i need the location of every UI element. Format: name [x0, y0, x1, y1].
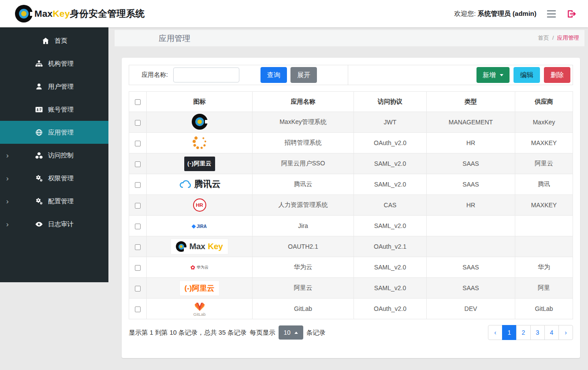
- menu-toggle-icon[interactable]: [547, 10, 556, 18]
- app-icon-tencent-cloud: 腾讯云: [179, 178, 221, 190]
- welcome-text: 欢迎您: 系统管理员 (admin): [454, 10, 536, 18]
- sidebar-item-home[interactable]: 首页: [0, 29, 108, 52]
- app-icon-aliyun-dark: (-)阿里云: [184, 157, 215, 171]
- brand-link[interactable]: MaxKey身份安全管理系统: [15, 5, 145, 22]
- table-row[interactable]: JIRA Jira SAML_v2.0: [129, 216, 573, 236]
- brand-title: MaxKey身份安全管理系统: [34, 7, 145, 20]
- page-button-3[interactable]: 3: [531, 325, 545, 340]
- app-icon-spinner-dots: [192, 135, 208, 150]
- pagination: 显示第 1 到第 10 条记录，总共 35 条记录 每页显示 10 条记录 ‹ …: [129, 325, 573, 340]
- current-user: 系统管理员 (admin): [478, 10, 536, 17]
- table-row[interactable]: 招聘管理系统 OAuth_v2.0 HR MAXKEY: [129, 133, 573, 153]
- main-content: 应用管理 首页 / 应用管理 应用名称: 查询 展开 新增: [108, 27, 588, 370]
- table-row[interactable]: (-)阿里云 阿里云用户SSO SAML_v2.0 SAAS 阿里云: [129, 153, 573, 174]
- maxkey-logo-icon: [15, 5, 33, 22]
- sidebar-item-audit[interactable]: › 日志审计: [0, 213, 108, 235]
- gears-icon: [35, 197, 43, 206]
- page-button-2[interactable]: 2: [517, 325, 531, 340]
- row-checkbox[interactable]: [135, 161, 141, 167]
- gears-icon: [35, 174, 43, 183]
- col-icon: 图标: [147, 92, 253, 112]
- row-checkbox[interactable]: [135, 306, 141, 312]
- sitemap-icon: [35, 60, 43, 68]
- content-header: 应用管理 首页 / 应用管理: [115, 30, 584, 46]
- col-protocol: 访问协议: [354, 92, 427, 112]
- table-row[interactable]: (-)阿里云 阿里云 SAML_v2.0 SAAS 阿里: [129, 278, 573, 299]
- caret-down-icon: [500, 74, 503, 76]
- app-icon-huawei-cloud: ✿华为云: [190, 265, 208, 270]
- col-app-name: 应用名称: [253, 92, 354, 112]
- table-row[interactable]: 腾讯云 腾讯云 SAML_v2.0 SAAS 腾讯: [129, 174, 573, 195]
- logout-icon[interactable]: [566, 9, 577, 19]
- row-checkbox[interactable]: [135, 244, 141, 250]
- chevron-right-icon: ›: [6, 175, 9, 182]
- row-checkbox[interactable]: [135, 286, 141, 292]
- app-icon-gitlab: GitLab: [194, 301, 206, 317]
- id-card-icon: [35, 105, 43, 114]
- pagination-info: 显示第 1 到第 10 条记录，总共 35 条记录: [129, 329, 247, 337]
- table-row[interactable]: HR 人力资源管理系统 CAS HR MAXKEY: [129, 195, 573, 216]
- chevron-right-icon: ›: [6, 221, 9, 228]
- table-row[interactable]: GitLab GitLab OAuth_v2.0 DEV GitLab: [129, 299, 573, 319]
- page-button-1[interactable]: 1: [502, 325, 517, 340]
- app-icon-hr: HR: [193, 198, 206, 212]
- sidebar: 首页 机构管理 用户管理 账号管理 应用管理 › 访问控制: [0, 27, 108, 370]
- sidebar-item-users[interactable]: 用户管理: [0, 75, 108, 98]
- row-checkbox[interactable]: [135, 120, 141, 126]
- page-button-4[interactable]: 4: [545, 325, 559, 340]
- sidebar-item-org[interactable]: 机构管理: [0, 52, 108, 75]
- breadcrumb-home-link[interactable]: 首页: [538, 35, 549, 41]
- expand-button[interactable]: 展开: [290, 67, 317, 83]
- next-page-button[interactable]: ›: [559, 325, 573, 340]
- row-checkbox[interactable]: [135, 224, 141, 229]
- sidebar-item-accounts[interactable]: 账号管理: [0, 98, 108, 121]
- app-name-input[interactable]: [173, 67, 239, 82]
- top-navbar: MaxKey身份安全管理系统 欢迎您: 系统管理员 (admin): [0, 0, 588, 27]
- page-buttons: ‹ 1 2 3 4 ›: [488, 325, 573, 340]
- sidebar-item-config[interactable]: › 配置管理: [0, 190, 108, 213]
- table-header-row: 图标 应用名称 访问协议 类型 供应商: [129, 92, 573, 112]
- table-row[interactable]: MaxKey OAUTH2.1 OAuth_v2.1: [129, 236, 573, 257]
- user-icon: [35, 82, 43, 91]
- app-icon-aliyun-orange: (-)阿里云: [179, 280, 220, 296]
- eye-icon: [35, 220, 43, 228]
- caret-up-icon: [294, 332, 298, 334]
- apps-table: 图标 应用名称 访问协议 类型 供应商 MaxKey管理系统 JWT: [129, 91, 573, 319]
- globe-icon: [35, 128, 43, 137]
- col-type: 类型: [427, 92, 515, 112]
- breadcrumb-current: 应用管理: [557, 35, 579, 41]
- row-checkbox[interactable]: [135, 203, 141, 209]
- sidebar-item-access-control[interactable]: › 访问控制: [0, 144, 108, 167]
- select-all-checkbox[interactable]: [135, 99, 141, 105]
- chevron-right-icon: ›: [6, 198, 9, 205]
- app-name-label: 应用名称:: [141, 71, 168, 79]
- app-icon-maxkey-wordmark: MaxKey: [171, 239, 228, 254]
- add-button[interactable]: 新增: [476, 67, 510, 83]
- sidebar-item-permissions[interactable]: › 权限管理: [0, 167, 108, 190]
- row-checkbox[interactable]: [135, 141, 141, 146]
- cubes-icon: [35, 151, 43, 160]
- page-size-dropdown[interactable]: 10: [279, 325, 304, 340]
- search-toolbar: 应用名称: 查询 展开 新增 编辑 删除: [129, 65, 573, 85]
- chevron-right-icon: ›: [6, 152, 9, 159]
- edit-button[interactable]: 编辑: [514, 67, 540, 83]
- breadcrumb: 首页 / 应用管理: [538, 34, 579, 42]
- app-icon-maxkey: [192, 114, 208, 130]
- delete-button[interactable]: 删除: [544, 67, 570, 83]
- page-title: 应用管理: [159, 33, 190, 44]
- row-checkbox[interactable]: [135, 182, 141, 188]
- col-vendor: 供应商: [515, 92, 573, 112]
- table-row[interactable]: MaxKey管理系统 JWT MANAGEMENT MaxKey: [129, 112, 573, 133]
- sidebar-item-apps[interactable]: 应用管理: [0, 121, 108, 144]
- home-icon: [41, 37, 50, 45]
- app-icon-jira: JIRA: [192, 224, 207, 229]
- main-card: 应用名称: 查询 展开 新增 编辑 删除: [122, 58, 580, 358]
- prev-page-button[interactable]: ‹: [488, 325, 502, 340]
- table-row[interactable]: ✿华为云 华为云 SAML_v2.0 SAAS 华为: [129, 257, 573, 278]
- row-checkbox[interactable]: [135, 265, 141, 271]
- query-button[interactable]: 查询: [261, 67, 287, 83]
